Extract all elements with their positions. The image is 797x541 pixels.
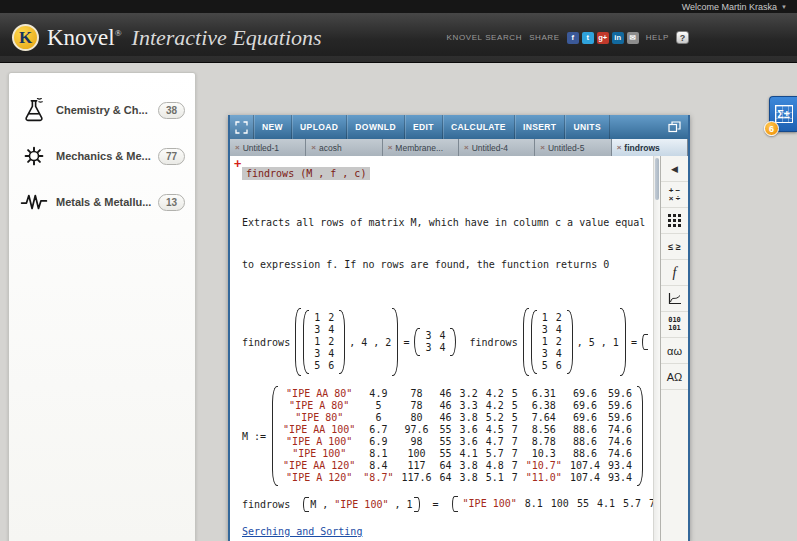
tab-label: acosh [319, 143, 342, 153]
comparison-glyphs: ≤ ≥ [668, 242, 680, 252]
argument-group: 1234123456 , 4 , 2 [295, 308, 398, 376]
close-tab-icon[interactable]: × [464, 143, 469, 152]
user-account-menu[interactable]: Welcome Martin Kraska ▼ [682, 2, 787, 12]
programming-palette-button[interactable]: 010101 [661, 312, 688, 338]
top-account-bar: Welcome Martin Kraska ▼ [0, 0, 797, 13]
greek-uppercase-palette-button[interactable]: ΑΩ [661, 364, 688, 390]
brand-name: Knovel® [47, 25, 122, 51]
example-expression-2[interactable]: findrows 1234123456 , 5 , 1 = 56 [469, 308, 653, 376]
sidebar-item-chemistry[interactable]: Chemistry & Ch... 38 [17, 87, 187, 133]
scalar-arguments: , 5 , 1 [577, 337, 619, 348]
examples-row: findrows 1234123456 , 4 , 2 = 3434 findr… [242, 308, 653, 376]
calculate-button[interactable]: CALCULATE [443, 115, 515, 139]
findrows-call-expression[interactable]: findrows M , "IPE 100" , 1 = "IPE 100"8.… [242, 496, 653, 512]
functions-palette-button[interactable]: f [661, 260, 688, 286]
tab-untitled-4[interactable]: ×Untitled-4 [459, 139, 535, 156]
function-glyph: f [673, 265, 677, 281]
equation-workspace-panel: NEW UPLOAD DOWNLD EDIT CALCULATE INSERT … [228, 115, 690, 541]
count-badge: 13 [158, 194, 185, 211]
worksheet-canvas[interactable]: + findrows (M , f , c) Extracts all rows… [230, 156, 653, 541]
tab-untitled-1[interactable]: ×Untitled-1 [230, 139, 306, 156]
popout-button[interactable] [660, 115, 688, 139]
argument-pre: M , [310, 499, 334, 510]
plot-axes-icon [667, 292, 682, 306]
category-sidebar: Chemistry & Ch... 38 Mechanics & Me... 7… [8, 72, 196, 541]
arithmetic-palette-button[interactable]: + −× ÷ [661, 182, 688, 208]
tab-findrows[interactable]: ×findrows [612, 139, 688, 156]
insertion-cursor-icon: + [234, 157, 241, 171]
worksheet-toolbar: NEW UPLOAD DOWNLD EDIT CALCULATE INSERT … [230, 115, 688, 139]
function-name: findrows [469, 337, 517, 348]
googleplus-icon[interactable]: g+ [597, 32, 609, 44]
tab-acosh[interactable]: ×acosh [306, 139, 382, 156]
sidebar-item-label: Mechanics & Me... [56, 150, 151, 162]
close-tab-icon[interactable]: × [311, 143, 316, 152]
description-line: Extracts all rows of matrix M, which hav… [242, 216, 653, 230]
link-serching-and-sorting[interactable]: Serching and Sorting [242, 524, 362, 539]
vertical-scrollbar[interactable] [653, 156, 660, 541]
welcome-text: Welcome Martin Kraska [682, 2, 777, 12]
close-tab-icon[interactable]: × [235, 143, 240, 152]
close-tab-icon[interactable]: × [388, 143, 393, 152]
knovel-logo[interactable]: K [12, 24, 39, 51]
edit-button[interactable]: EDIT [405, 115, 443, 139]
worksheet-body: + findrows (M , f , c) Extracts all rows… [230, 156, 688, 541]
share-label: SHARE [529, 33, 560, 42]
scrollbar-thumb[interactable] [655, 158, 659, 200]
collapse-palette-button[interactable]: ◀ [661, 156, 688, 182]
tab-untitled-5[interactable]: ×Untitled-5 [535, 139, 611, 156]
tab-membrane[interactable]: ×Membrane... [383, 139, 459, 156]
new-button[interactable]: NEW [254, 115, 292, 139]
related-links: Serching and Sorting Vectors and Matrice… [242, 524, 653, 541]
header-actions: KNOVEL SEARCH SHARE f t g+ in ✉ HELP ? [447, 31, 785, 44]
fullscreen-button[interactable] [230, 115, 254, 139]
example-expression-1[interactable]: findrows 1234123456 , 4 , 2 = 3434 [242, 308, 457, 376]
plot-palette-button[interactable] [661, 286, 688, 312]
greek-uppercase-glyphs: ΑΩ [667, 371, 683, 383]
help-link[interactable]: HELP [646, 33, 669, 42]
download-button[interactable]: DOWNLD [347, 115, 405, 139]
sidebar-item-label: Chemistry & Ch... [56, 104, 151, 116]
worksheet-tabbar: ×Untitled-1 ×acosh ×Membrane... ×Untitle… [230, 139, 688, 156]
sidebar-item-mechanics[interactable]: Mechanics & Me... 77 [17, 133, 187, 179]
app-screen: Welcome Martin Kraska ▼ K Knovel® Intera… [0, 0, 797, 541]
boolean-palette-button[interactable]: ≤ ≥ [661, 234, 688, 260]
upload-button[interactable]: UPLOAD [292, 115, 347, 139]
count-badge: 77 [158, 148, 185, 165]
function-description[interactable]: Extracts all rows of matrix M, which hav… [242, 188, 653, 300]
function-signature[interactable]: findrows (M , f , c) [242, 167, 370, 180]
share-icons: f t g+ in ✉ [567, 32, 639, 44]
tab-label: Untitled-5 [548, 143, 584, 153]
matrix-definition[interactable]: M := "IPE AA 80"4.978463.24.256.3169.659… [242, 386, 653, 486]
greek-lowercase-palette-button[interactable]: αω [661, 338, 688, 364]
argument-post: , 1 [388, 499, 412, 510]
flask-icon [19, 95, 49, 125]
scalar-arguments: , 4 , 2 [349, 337, 391, 348]
twitter-icon[interactable]: t [582, 32, 594, 44]
linkedin-icon[interactable]: in [612, 32, 624, 44]
matrix-palette-button[interactable] [661, 208, 688, 234]
close-tab-icon[interactable]: × [617, 143, 622, 152]
greek-lowercase-glyphs: αω [667, 345, 682, 357]
notification-badge: 6 [764, 121, 779, 136]
string-argument: "IPE 100" [334, 499, 388, 510]
function-name: findrows [242, 337, 290, 348]
sidebar-item-label: Metals & Metallu... [56, 196, 151, 208]
count-badge: 38 [158, 102, 185, 119]
chevron-left-icon: ◀ [671, 164, 678, 174]
argument-group: 1234123456 , 5 , 1 [523, 308, 626, 376]
insert-button[interactable]: INSERT [515, 115, 566, 139]
fullscreen-icon [235, 121, 248, 134]
help-icon[interactable]: ? [676, 31, 689, 44]
units-button[interactable]: UNITS [565, 115, 610, 139]
argument-group: M , "IPE 100" , 1 [303, 497, 419, 512]
math-palette-icon: Σ± [775, 105, 793, 123]
page-title: Interactive Equations [132, 25, 322, 51]
email-icon[interactable]: ✉ [627, 32, 639, 44]
facebook-icon[interactable]: f [567, 32, 579, 44]
matrix-M: "IPE AA 80"4.978463.24.256.3169.659.6"IP… [272, 386, 643, 486]
function-name: findrows [242, 499, 290, 510]
sidebar-item-metals[interactable]: Metals & Metallu... 13 [17, 179, 187, 225]
knovel-search-link[interactable]: KNOVEL SEARCH [447, 33, 523, 42]
close-tab-icon[interactable]: × [540, 143, 545, 152]
